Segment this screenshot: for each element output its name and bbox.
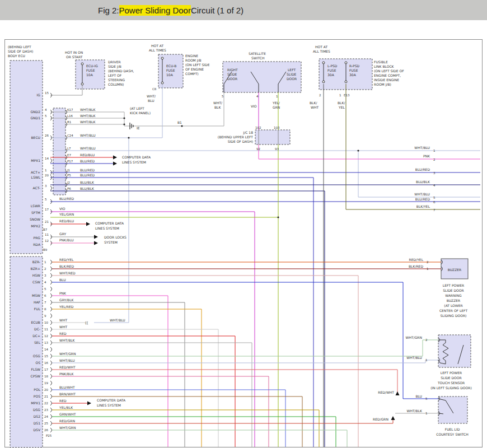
diagram-label: YEL/GRN [59, 212, 74, 216]
diagram-label: LEFT POWER [441, 371, 462, 375]
diagram-label: WHT/BLK [80, 108, 96, 111]
diagram-label: 5 [433, 196, 436, 199]
figure-title-prefix: Fig 2: [98, 6, 119, 15]
pin-number: 11 [44, 328, 48, 331]
diagram-label: KICK PANEL) [130, 111, 151, 115]
diagram-label: YEL/RED [59, 305, 74, 309]
diagram-label: C24 [67, 134, 73, 137]
diagram-label: COMPUTER DATA [97, 398, 126, 402]
diagram-label: WHT/ [213, 101, 223, 105]
diagram-label: 6 [433, 200, 436, 204]
pin-number: 8 [44, 307, 46, 311]
diagram-label: DSV [33, 428, 40, 432]
diagram-label: STEERING [108, 78, 125, 82]
diagram-label: BLU/RED [80, 173, 95, 177]
diagram-label: DS2 [34, 414, 40, 418]
diagram-label: CENTER OF LEFT [439, 309, 468, 312]
diagram-label: WHT/BLU [414, 146, 430, 150]
diagram-label: E7 [67, 153, 71, 157]
pin-number: 18 [44, 375, 48, 378]
diagram-label: BECU [31, 136, 41, 139]
diagram-label: 26 [45, 134, 49, 137]
diagram-label: ROOM J/B) [374, 82, 391, 87]
diagram-label: (ON LEFT SIDE [185, 63, 210, 67]
diagram-label: MPX1 [31, 401, 40, 405]
pin-number: 12 [44, 334, 48, 338]
junction-dot [277, 216, 279, 218]
diagram-label: 17 [45, 208, 49, 211]
diagram-label: IE [137, 126, 140, 130]
diagram-label: WHT/GRN [406, 335, 422, 339]
diagram-label: GRY/BLK [59, 298, 74, 302]
diagram-label: BLU [415, 394, 422, 398]
diagram-label: ALL TIMES [313, 49, 330, 53]
diagram-label: WHT/BLK [59, 338, 76, 342]
diagram-label: P5 [67, 174, 71, 177]
diagram-label: SNOW [30, 217, 40, 221]
pin-number: 21 [44, 395, 48, 398]
diagram-label: 2 [433, 158, 436, 161]
figure-title-suffix: Circuit (1 of 2) [191, 6, 244, 15]
diagram-label: CPSW [30, 374, 40, 378]
diagram-label: C8 [152, 87, 157, 91]
diagram-label: WHT [59, 325, 67, 329]
diagram-label: (( [85, 321, 88, 325]
diagram-label: BZR- [32, 260, 40, 264]
diagram-label: LINK BLOCK [374, 64, 395, 68]
diagram-label: SYSTEM [104, 240, 118, 244]
diagram-label: POS [34, 394, 40, 398]
diagram-label: FUSE [166, 68, 175, 72]
diagram-label: RED/WHT [378, 390, 394, 394]
diagram-label: BLU/WHT [59, 385, 75, 389]
diagram-label: ECU-IG [86, 64, 98, 68]
diagram-label: LSWR [31, 204, 40, 208]
diagram-label: GRN/WHT [59, 412, 76, 416]
diagram-label: 2 [427, 260, 429, 264]
figure-title-bar: Fig 2: Power Sliding Door Circuit (1 of … [0, 0, 487, 20]
diagram-label: ENGINE COMPT, [374, 73, 401, 77]
diagram-label: (AT LEFT [130, 106, 144, 110]
diagram-label: L16 [67, 114, 73, 118]
pin-number: 5 [44, 287, 46, 291]
diagram-label: WHT [311, 105, 319, 109]
diagram-label: DC- [34, 327, 40, 331]
diagram-label: BLU/RED [59, 197, 74, 200]
diagram-label: VIO [59, 207, 65, 211]
diagram-label: PNK [423, 154, 430, 158]
diagram-label: 92 [256, 147, 260, 151]
diagram-label: (BEHIND DASH, [108, 69, 134, 73]
pin-number: 13 [44, 341, 48, 344]
diagram-label: POL [34, 388, 40, 391]
diagram-label: RED [59, 399, 67, 403]
diagram-label: (AT LOWER [444, 304, 462, 307]
diagram-label: MPX2 [31, 224, 40, 228]
diagram-label: BLU/RED [415, 197, 430, 201]
diagram-label: YEL [338, 105, 345, 109]
pin-number: 15 [44, 354, 48, 358]
diagram-label: BLK/YEL [416, 204, 430, 208]
diagram-label: BUZZER [447, 298, 461, 302]
diagram-label: RED/YEL [409, 258, 424, 262]
diagram-label: GND1 [30, 116, 40, 120]
diagram-label: BLU [59, 278, 66, 282]
diagram-label: 7 [433, 208, 436, 212]
diagram-label: DRIVER [108, 60, 121, 64]
pin-number: 9 [44, 314, 46, 318]
diagram-label: 4 [45, 108, 47, 111]
diagram-label: BLK/RED [59, 264, 74, 268]
diagram-label: 20 [45, 174, 49, 177]
diagram-label: RED/GRN [373, 417, 388, 421]
diagram-label: LEFT OF [108, 73, 122, 77]
diagram-label: DOOR LOCKS [104, 235, 127, 239]
diagram-label: BLU/RED [80, 159, 95, 163]
fuse-symbol [81, 63, 83, 65]
diagram-label: DSG [33, 408, 40, 412]
pin-number: 14 [44, 348, 48, 351]
diagram-label: WHT/GRN [59, 426, 76, 430]
diagram-label: 3 [433, 171, 436, 175]
diagram-label: 10A [166, 73, 174, 77]
diagram-label: (BEHIND UPPER LEFT [218, 135, 254, 139]
diagram-label: BLK/ [338, 101, 345, 105]
diagram-label: YEL/ [272, 101, 280, 105]
diagram-label: DOOR [287, 77, 297, 81]
